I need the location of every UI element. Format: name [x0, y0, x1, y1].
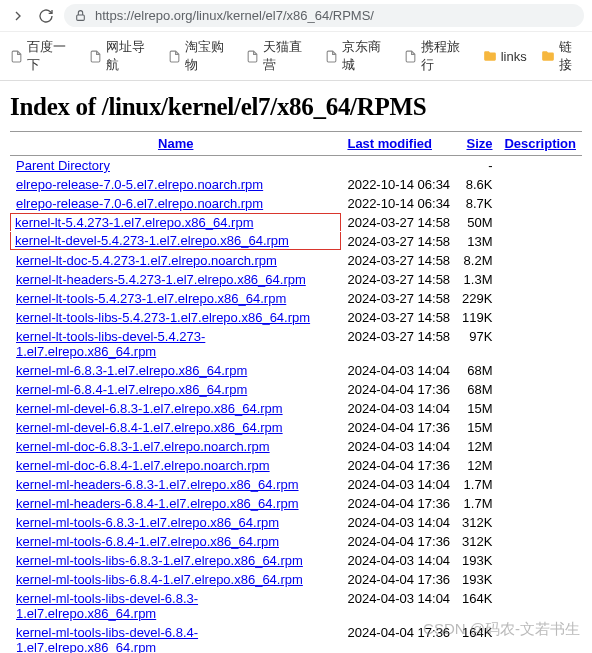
- modified-cell: 2024-03-27 14:58: [341, 270, 456, 289]
- table-row: kernel-lt-tools-libs-devel-5.4.273-1.el7…: [10, 327, 582, 361]
- forward-button[interactable]: [8, 8, 28, 24]
- modified-cell: 2024-04-04 17:36: [341, 494, 456, 513]
- file-link[interactable]: kernel-ml-devel-6.8.3-1.el7.elrepo.x86_6…: [16, 401, 283, 416]
- file-link[interactable]: kernel-ml-tools-libs-devel-6.8.3-1.el7.e…: [16, 591, 198, 621]
- bookmark-item[interactable]: 天猫直营: [246, 38, 311, 74]
- file-link[interactable]: kernel-ml-doc-6.8.4-1.el7.elrepo.noarch.…: [16, 458, 270, 473]
- bookmark-label: 淘宝购物: [185, 38, 233, 74]
- modified-cell: 2024-04-04 17:36: [341, 418, 456, 437]
- description-cell: [498, 456, 582, 475]
- address-bar[interactable]: https://elrepo.org/linux/kernel/el7/x86_…: [64, 4, 584, 27]
- bookmark-label: 链接: [559, 38, 582, 74]
- header-modified[interactable]: Last modified: [341, 132, 456, 156]
- size-cell: 12M: [456, 437, 498, 456]
- file-link[interactable]: kernel-ml-6.8.4-1.el7.elrepo.x86_64.rpm: [16, 382, 247, 397]
- bookmark-item[interactable]: 京东商城: [325, 38, 390, 74]
- bookmark-item[interactable]: links: [483, 49, 527, 64]
- description-cell: [498, 623, 582, 653]
- header-name[interactable]: Name: [10, 132, 341, 156]
- file-link[interactable]: kernel-lt-doc-5.4.273-1.el7.elrepo.noarc…: [16, 253, 277, 268]
- bookmark-label: 京东商城: [342, 38, 390, 74]
- header-size[interactable]: Size: [456, 132, 498, 156]
- size-cell: 8.6K: [456, 175, 498, 194]
- chevron-right-icon: [10, 8, 26, 24]
- size-cell: 15M: [456, 418, 498, 437]
- description-cell: [498, 399, 582, 418]
- file-link[interactable]: kernel-ml-tools-6.8.3-1.el7.elrepo.x86_6…: [16, 515, 279, 530]
- parent-directory-link[interactable]: Parent Directory: [16, 158, 110, 173]
- file-link[interactable]: kernel-ml-tools-libs-6.8.4-1.el7.elrepo.…: [16, 572, 303, 587]
- modified-cell: 2024-04-04 17:36: [341, 532, 456, 551]
- table-row: kernel-ml-6.8.4-1.el7.elrepo.x86_64.rpm2…: [10, 380, 582, 399]
- file-link[interactable]: kernel-ml-headers-6.8.3-1.el7.elrepo.x86…: [16, 477, 299, 492]
- modified-cell: 2024-04-04 17:36: [341, 456, 456, 475]
- file-link[interactable]: kernel-lt-5.4.273-1.el7.elrepo.x86_64.rp…: [15, 215, 253, 230]
- size-cell: 1.7M: [456, 475, 498, 494]
- description-cell: [498, 513, 582, 532]
- reload-button[interactable]: [36, 8, 56, 24]
- page-content: Index of /linux/kernel/el7/x86_64/RPMS N…: [0, 81, 592, 653]
- modified-cell: 2024-04-03 14:04: [341, 589, 456, 623]
- file-link[interactable]: elrepo-release-7.0-6.el7.elrepo.noarch.r…: [16, 196, 263, 211]
- bookmark-label: 百度一下: [27, 38, 75, 74]
- bookmark-item[interactable]: 携程旅行: [404, 38, 469, 74]
- size-cell: 15M: [456, 399, 498, 418]
- size-cell: 8.7K: [456, 194, 498, 213]
- table-row: kernel-ml-doc-6.8.4-1.el7.elrepo.noarch.…: [10, 456, 582, 475]
- bookmark-label: 天猫直营: [263, 38, 311, 74]
- size-cell: 97K: [456, 327, 498, 361]
- size-cell: 13M: [456, 232, 498, 251]
- file-link[interactable]: kernel-ml-tools-libs-6.8.3-1.el7.elrepo.…: [16, 553, 303, 568]
- table-row: Parent Directory-: [10, 156, 582, 176]
- table-row: kernel-ml-tools-6.8.4-1.el7.elrepo.x86_6…: [10, 532, 582, 551]
- modified-cell: 2024-03-27 14:58: [341, 327, 456, 361]
- file-link[interactable]: kernel-lt-tools-5.4.273-1.el7.elrepo.x86…: [16, 291, 286, 306]
- page-icon: [325, 50, 338, 63]
- size-cell: 164K: [456, 589, 498, 623]
- modified-cell: 2024-03-27 14:58: [341, 308, 456, 327]
- description-cell: [498, 551, 582, 570]
- file-link[interactable]: kernel-ml-6.8.3-1.el7.elrepo.x86_64.rpm: [16, 363, 247, 378]
- bookmark-item[interactable]: 网址导航: [89, 38, 154, 74]
- bookmark-item[interactable]: 链接: [541, 38, 582, 74]
- modified-cell: 2024-03-27 14:58: [341, 213, 456, 232]
- size-cell: -: [456, 156, 498, 176]
- size-cell: 312K: [456, 513, 498, 532]
- modified-cell: 2024-04-03 14:04: [341, 361, 456, 380]
- header-description[interactable]: Description: [498, 132, 582, 156]
- modified-cell: 2024-03-27 14:58: [341, 251, 456, 270]
- file-link[interactable]: kernel-ml-doc-6.8.3-1.el7.elrepo.noarch.…: [16, 439, 270, 454]
- file-link[interactable]: elrepo-release-7.0-5.el7.elrepo.noarch.r…: [16, 177, 263, 192]
- table-row: kernel-lt-devel-5.4.273-1.el7.elrepo.x86…: [10, 232, 582, 251]
- file-link[interactable]: kernel-lt-tools-libs-5.4.273-1.el7.elrep…: [16, 310, 310, 325]
- bookmark-item[interactable]: 百度一下: [10, 38, 75, 74]
- file-link[interactable]: kernel-lt-tools-libs-devel-5.4.273-1.el7…: [16, 329, 205, 359]
- size-cell: 229K: [456, 289, 498, 308]
- file-link[interactable]: kernel-ml-tools-6.8.4-1.el7.elrepo.x86_6…: [16, 534, 279, 549]
- file-link[interactable]: kernel-lt-devel-5.4.273-1.el7.elrepo.x86…: [15, 233, 289, 248]
- table-row: kernel-ml-headers-6.8.3-1.el7.elrepo.x86…: [10, 475, 582, 494]
- browser-toolbar: https://elrepo.org/linux/kernel/el7/x86_…: [0, 0, 592, 32]
- table-row: elrepo-release-7.0-6.el7.elrepo.noarch.r…: [10, 194, 582, 213]
- size-cell: 8.2M: [456, 251, 498, 270]
- modified-cell: 2024-04-03 14:04: [341, 551, 456, 570]
- size-cell: 50M: [456, 213, 498, 232]
- size-cell: 1.3M: [456, 270, 498, 289]
- size-cell: 12M: [456, 456, 498, 475]
- file-link[interactable]: kernel-lt-headers-5.4.273-1.el7.elrepo.x…: [16, 272, 306, 287]
- file-link[interactable]: kernel-ml-headers-6.8.4-1.el7.elrepo.x86…: [16, 496, 299, 511]
- file-link[interactable]: kernel-ml-tools-libs-devel-6.8.4-1.el7.e…: [16, 625, 198, 653]
- page-icon: [404, 50, 417, 63]
- description-cell: [498, 194, 582, 213]
- table-row: kernel-ml-devel-6.8.4-1.el7.elrepo.x86_6…: [10, 418, 582, 437]
- bookmark-label: links: [501, 49, 527, 64]
- table-row: kernel-ml-tools-libs-devel-6.8.3-1.el7.e…: [10, 589, 582, 623]
- table-row: kernel-ml-6.8.3-1.el7.elrepo.x86_64.rpm2…: [10, 361, 582, 380]
- file-link[interactable]: kernel-ml-devel-6.8.4-1.el7.elrepo.x86_6…: [16, 420, 283, 435]
- table-row: kernel-lt-headers-5.4.273-1.el7.elrepo.x…: [10, 270, 582, 289]
- description-cell: [498, 380, 582, 399]
- table-row: kernel-ml-headers-6.8.4-1.el7.elrepo.x86…: [10, 494, 582, 513]
- size-cell: 119K: [456, 308, 498, 327]
- bookmark-item[interactable]: 淘宝购物: [168, 38, 233, 74]
- folder-icon: [483, 49, 497, 63]
